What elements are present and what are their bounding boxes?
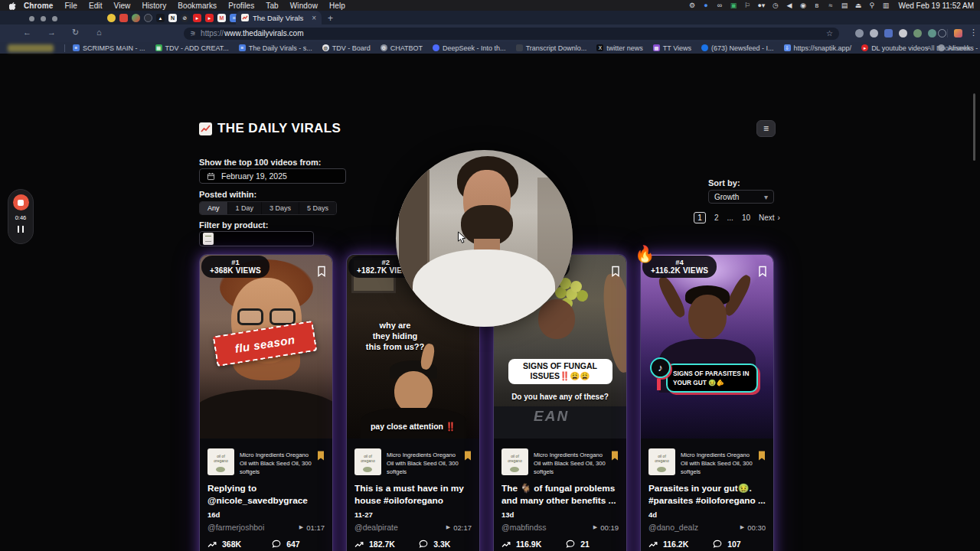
pinned-tab-gmail-icon[interactable]: M — [217, 14, 226, 22]
keyboard-icon[interactable]: ▤ — [841, 2, 848, 9]
extension-leaf-icon-2[interactable] — [928, 29, 936, 37]
pinned-tab-color-app-icon[interactable] — [132, 14, 140, 22]
pinned-tab-slash-app-icon[interactable]: ⊘ — [181, 14, 189, 22]
hamburger-menu-button[interactable]: ≡ — [756, 120, 776, 137]
posted-5days-button[interactable]: 5 Days — [299, 202, 336, 214]
home-icon[interactable]: ⌂ — [96, 28, 102, 37]
bookmark-item[interactable]: ⇩https://snaptik.app/ — [784, 44, 852, 52]
bookmark-item[interactable]: ◍TDV - Board — [322, 44, 371, 52]
bluetooth-icon[interactable]: ʙ — [813, 2, 820, 9]
bookmark-icon[interactable] — [758, 266, 767, 280]
redacted-bookmark[interactable] — [8, 44, 54, 52]
bookmark-item[interactable]: ≡The Daily Virals - s... — [239, 44, 312, 52]
gold-bookmark-icon[interactable] — [611, 450, 619, 464]
extension-bell-icon[interactable] — [899, 29, 907, 37]
menu-item-edit[interactable]: Edit — [89, 2, 103, 10]
record-icon[interactable]: ◉ — [799, 2, 806, 9]
page-1-button[interactable]: 1 — [694, 212, 706, 223]
account-icon[interactable]: ●▾ — [757, 2, 765, 9]
extension-circle-icon[interactable] — [938, 29, 946, 37]
tab-close-icon[interactable]: × — [312, 14, 316, 22]
webcam-bubble[interactable] — [396, 150, 573, 327]
date-picker-input[interactable]: February 19, 2025 — [199, 168, 346, 184]
reload-icon[interactable]: ↻ — [72, 28, 79, 37]
video-thumbnail[interactable]: ♪ SIGNS OF PARASITES IN YOUR GUT 🤢🫵 — [641, 255, 773, 439]
video-title[interactable]: This is a must have in my house #oilofor… — [354, 482, 472, 507]
gold-bookmark-icon[interactable] — [317, 450, 325, 464]
menu-item-bookmarks[interactable]: Bookmarks — [178, 2, 217, 10]
sort-select[interactable]: Growth ▾ — [708, 190, 774, 204]
pinned-tab-dark-circle-icon[interactable] — [144, 14, 152, 22]
bookmark-icon[interactable] — [317, 266, 326, 280]
bookmark-item[interactable]: ≡SCRIMPS MAIN - ... — [73, 44, 145, 52]
window-zoom-button[interactable] — [52, 16, 57, 21]
bookmark-item[interactable]: Xtwitter news — [596, 44, 643, 52]
search-icon[interactable]: ⚲ — [868, 2, 875, 9]
active-tab[interactable]: The Daily Virals × — [236, 11, 322, 24]
stop-recording-button[interactable] — [13, 194, 29, 210]
creator-handle[interactable]: @mabfindss — [501, 523, 547, 532]
chrome-menu-icon[interactable]: ⋮ — [969, 28, 978, 37]
product-filter-select[interactable] — [199, 231, 314, 246]
control-center-icon[interactable]: ▥ — [882, 2, 889, 9]
bookmark-star-icon[interactable]: ☆ — [826, 29, 833, 37]
key-icon[interactable]: ⚐ — [743, 2, 750, 9]
next-page-button[interactable]: Next› — [759, 214, 780, 222]
posted-1day-button[interactable]: 1 Day — [228, 202, 262, 214]
pinned-tab-bell-icon[interactable] — [107, 14, 116, 22]
menu-item-history[interactable]: History — [142, 2, 166, 10]
pinned-tab-youtube-icon-2[interactable]: ▸ — [205, 14, 214, 22]
extensions-puzzle-icon[interactable] — [954, 29, 962, 37]
gold-bookmark-icon[interactable] — [464, 450, 472, 464]
menu-item-profiles[interactable]: Profiles — [228, 2, 254, 10]
page-10-button[interactable]: 10 — [742, 214, 750, 222]
bookmark-item[interactable]: Transcript Downlo... — [516, 44, 587, 52]
forward-icon[interactable]: → — [47, 28, 56, 37]
menu-item-view[interactable]: View — [114, 2, 131, 10]
posted-any-button[interactable]: Any — [200, 202, 227, 214]
extension-icon-1[interactable] — [855, 29, 864, 37]
menu-item-file[interactable]: File — [64, 2, 77, 10]
pinned-tab-red-app-icon[interactable] — [119, 14, 128, 22]
bookmark-item[interactable]: ▩TT Views — [653, 44, 691, 52]
bookmark-icon[interactable] — [611, 266, 620, 280]
eject-icon[interactable]: ⏏ — [854, 2, 861, 9]
extension-leaf-icon[interactable] — [913, 29, 922, 37]
creator-handle[interactable]: @farmerjoshboi — [207, 523, 264, 532]
bookmark-item[interactable]: ▸DL youtube videos — [861, 44, 928, 52]
gold-bookmark-icon[interactable] — [758, 450, 766, 464]
pinned-tab-youtube-icon[interactable]: ▸ — [193, 14, 201, 22]
bookmark-item[interactable]: DeepSeek - Into th... — [433, 44, 506, 52]
creator-handle[interactable]: @dano_dealz — [648, 523, 698, 532]
video-thumbnail[interactable]: flu season — [200, 255, 332, 439]
menu-bar-clock[interactable]: Wed Feb 19 11:52 AM — [898, 2, 974, 10]
pause-recording-button[interactable] — [18, 226, 24, 233]
menu-item-window[interactable]: Window — [290, 2, 318, 10]
extension-icon-2[interactable] — [870, 29, 878, 37]
clock-icon[interactable]: ◷ — [772, 2, 779, 9]
video-title[interactable]: Parasites in your gut🤢. #parasites #oilo… — [648, 482, 766, 507]
posted-3days-button[interactable]: 3 Days — [262, 202, 299, 214]
window-minimize-button[interactable] — [41, 16, 46, 21]
pinned-tab-notion-icon[interactable]: N — [168, 14, 177, 22]
back-icon[interactable]: ← — [23, 28, 31, 37]
bookmark-item[interactable]: (673) Newsfeed - I... — [701, 44, 774, 52]
address-bar[interactable]: ⚞ https:// www.thedailyvirals.com ☆ — [184, 28, 839, 40]
page-2-button[interactable]: 2 — [714, 214, 719, 222]
window-close-button[interactable] — [29, 16, 34, 21]
scrollbar-thumb[interactable] — [973, 93, 975, 161]
settings-icon[interactable]: ⚙ — [688, 2, 695, 9]
pinned-tab-triangle-app-icon[interactable]: ▲ — [156, 14, 165, 22]
binoculars-icon[interactable]: ∞ — [716, 2, 723, 9]
bookmark-item[interactable]: ▦TDV - ADD CREAT... — [155, 44, 229, 52]
screen-capture-icon[interactable]: ▣ — [730, 2, 737, 9]
video-title[interactable]: The 🐐 of fungal problems and many other … — [501, 482, 619, 507]
creator-handle[interactable]: @dealpirate — [354, 523, 398, 532]
menu-item-help[interactable]: Help — [329, 2, 345, 10]
wifi-icon[interactable]: ≈ — [827, 2, 834, 9]
chat-app-icon[interactable]: ● — [702, 2, 709, 9]
apple-menu-icon[interactable] — [9, 2, 16, 10]
video-title[interactable]: Replying to @nicole_savedbygrace heres t… — [207, 482, 325, 507]
site-settings-icon[interactable]: ⚞ — [190, 30, 195, 37]
menu-item-tab[interactable]: Tab — [266, 2, 278, 10]
